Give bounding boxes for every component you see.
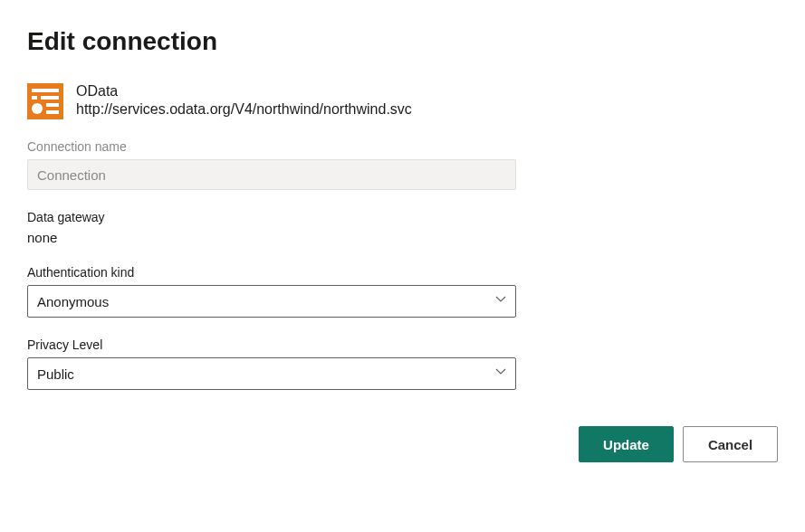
data-gateway-label: Data gateway bbox=[27, 210, 778, 224]
dialog-button-row: Update Cancel bbox=[27, 426, 778, 462]
authentication-kind-field: Authentication kind Anonymous bbox=[27, 265, 778, 318]
svg-rect-5 bbox=[46, 103, 59, 107]
data-source-name: OData bbox=[76, 83, 412, 100]
connection-name-label: Connection name bbox=[27, 139, 778, 154]
data-gateway-value: none bbox=[27, 230, 778, 245]
svg-rect-2 bbox=[32, 96, 37, 100]
svg-point-4 bbox=[32, 103, 43, 114]
svg-rect-6 bbox=[46, 110, 59, 114]
connection-name-input[interactable] bbox=[27, 159, 516, 190]
authentication-kind-label: Authentication kind bbox=[27, 265, 778, 280]
cancel-button[interactable]: Cancel bbox=[683, 426, 778, 462]
data-gateway-field: Data gateway none bbox=[27, 210, 778, 245]
data-source-row: OData http://services.odata.org/V4/north… bbox=[27, 83, 778, 119]
data-source-url: http://services.odata.org/V4/northwind/n… bbox=[76, 101, 412, 118]
privacy-level-label: Privacy Level bbox=[27, 337, 778, 352]
svg-rect-3 bbox=[41, 96, 59, 100]
connection-name-field: Connection name bbox=[27, 139, 778, 190]
update-button[interactable]: Update bbox=[579, 426, 674, 462]
privacy-level-select[interactable]: Public bbox=[27, 357, 516, 390]
page-title: Edit connection bbox=[27, 27, 778, 56]
odata-icon bbox=[27, 83, 63, 119]
privacy-level-field: Privacy Level Public bbox=[27, 337, 778, 390]
authentication-kind-select[interactable]: Anonymous bbox=[27, 285, 516, 318]
svg-rect-1 bbox=[32, 89, 59, 92]
